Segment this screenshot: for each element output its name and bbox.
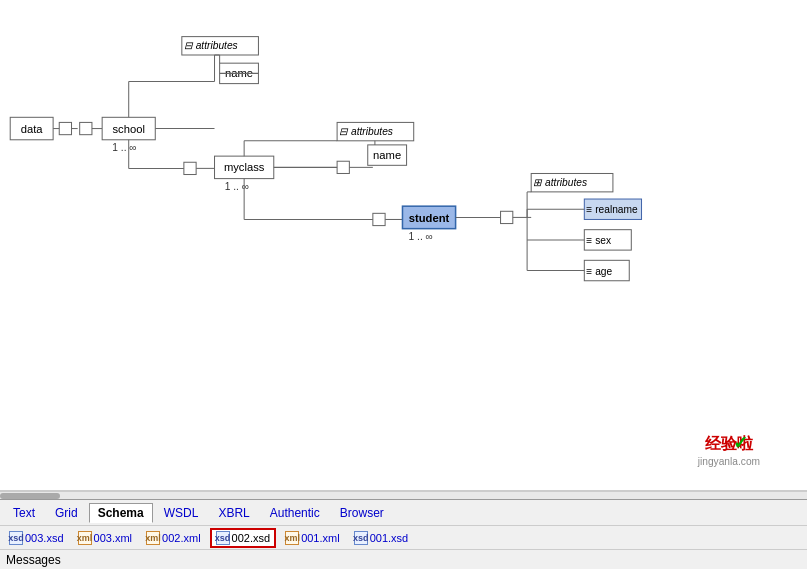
file-icon-xml-2: xml [146, 531, 160, 545]
student-node[interactable]: student [402, 206, 455, 228]
data-node[interactable]: data [10, 117, 53, 139]
svg-text:data: data [21, 123, 44, 135]
file-icon-xml-3: xml [285, 531, 299, 545]
tab-wsdl[interactable]: WSDL [155, 503, 208, 523]
file-tab-label-3: 002.xml [162, 532, 201, 544]
horizontal-scrollbar[interactable] [0, 491, 807, 499]
attributes-box-1[interactable]: ⊟ attributes [182, 37, 259, 55]
connector-seq-2 [337, 161, 349, 173]
attributes-box-2[interactable]: ⊟ attributes [337, 122, 414, 140]
tab-grid[interactable]: Grid [46, 503, 87, 523]
svg-text:≡ realname: ≡ realname [586, 204, 638, 215]
connector-seq-4 [501, 211, 513, 223]
file-tab-002xsd[interactable]: xsd 002.xsd [210, 528, 277, 548]
attributes-box-3[interactable]: ⊞ attributes [531, 173, 613, 191]
file-tab-003xsd[interactable]: xsd 003.xsd [4, 529, 69, 547]
myclass-node[interactable]: myclass [215, 156, 274, 178]
file-icon-xml-1: xml [78, 531, 92, 545]
watermark-check: ✓ [733, 432, 748, 453]
svg-text:school: school [112, 123, 144, 135]
school-multiplicity: 1 .. ∞ [112, 142, 136, 153]
svg-text:student: student [409, 212, 450, 224]
tab-xbrl[interactable]: XBRL [209, 503, 258, 523]
tab-authentic[interactable]: Authentic [261, 503, 329, 523]
file-tab-label-4: 002.xsd [232, 532, 271, 544]
svg-text:≡ sex: ≡ sex [586, 235, 611, 246]
file-icon-xsd-1: xsd [9, 531, 23, 545]
file-tabs-bar: xsd 003.xsd xml 003.xml xml 002.xml xsd … [0, 525, 807, 549]
connector-1 [59, 122, 71, 134]
student-multiplicity: 1 .. ∞ [409, 231, 433, 242]
sex-node[interactable]: ≡ sex [584, 230, 631, 250]
svg-text:myclass: myclass [224, 161, 265, 173]
file-tab-label-1: 003.xsd [25, 532, 64, 544]
svg-text:≡ age: ≡ age [586, 266, 612, 277]
tab-schema[interactable]: Schema [89, 503, 153, 523]
file-tab-001xsd[interactable]: xsd 001.xsd [349, 529, 414, 547]
file-icon-xsd-3: xsd [354, 531, 368, 545]
file-tab-002xml[interactable]: xml 002.xml [141, 529, 206, 547]
connector-2 [80, 122, 92, 134]
scrollbar-thumb[interactable] [0, 493, 60, 499]
file-icon-xsd-2: xsd [216, 531, 230, 545]
realname-node[interactable]: ≡ realname [584, 199, 641, 219]
svg-text:⊟ attributes: ⊟ attributes [339, 126, 393, 137]
school-node[interactable]: school [102, 117, 155, 139]
tab-browser[interactable]: Browser [331, 503, 393, 523]
file-tab-001xml[interactable]: xml 001.xml [280, 529, 345, 547]
svg-text:name: name [373, 149, 401, 161]
messages-bar: Messages [0, 549, 807, 569]
svg-text:⊞ attributes: ⊞ attributes [533, 177, 587, 188]
connector-seq-1 [184, 162, 196, 174]
diagram-svg: data school 1 .. ∞ ⊟ attributes [0, 0, 807, 490]
connector-seq-3 [373, 213, 385, 225]
messages-label: Messages [6, 553, 61, 567]
tab-text[interactable]: Text [4, 503, 44, 523]
tabs-bar: Text Grid Schema WSDL XBRL Authentic Bro… [0, 499, 807, 525]
file-tab-003xml[interactable]: xml 003.xml [73, 529, 138, 547]
file-tab-label-6: 001.xsd [370, 532, 409, 544]
file-tab-label-5: 001.xml [301, 532, 340, 544]
name-box-2[interactable]: name [368, 145, 407, 165]
age-node[interactable]: ≡ age [584, 260, 629, 280]
svg-text:⊟ attributes: ⊟ attributes [184, 40, 238, 51]
myclass-multiplicity: 1 .. ∞ [225, 181, 249, 192]
file-tab-label-2: 003.xml [94, 532, 133, 544]
watermark-url: jingyanla.com [697, 456, 760, 467]
diagram-area: data school 1 .. ∞ ⊟ attributes [0, 0, 807, 491]
